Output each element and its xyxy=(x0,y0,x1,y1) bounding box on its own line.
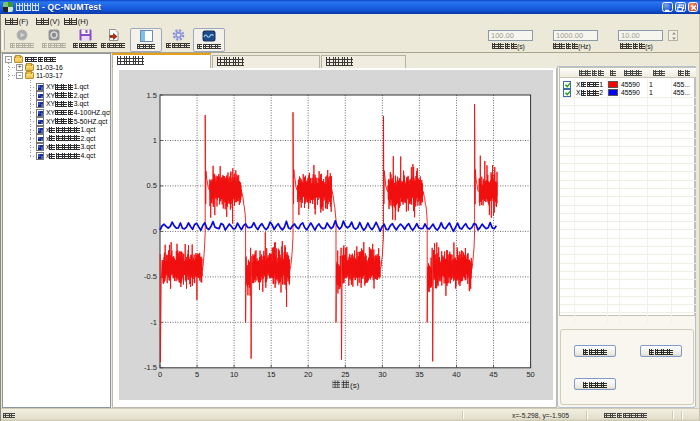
svg-text:-1: -1 xyxy=(150,317,157,326)
svg-text:40: 40 xyxy=(452,370,460,379)
svg-text:0: 0 xyxy=(158,370,162,379)
svg-text:0: 0 xyxy=(153,226,157,235)
svg-text:0.5: 0.5 xyxy=(147,181,157,190)
svg-text:35: 35 xyxy=(415,370,423,379)
svg-text:1: 1 xyxy=(153,136,157,145)
svg-text:(s): (s) xyxy=(350,381,360,390)
svg-text:30: 30 xyxy=(378,370,386,379)
svg-text:1.5: 1.5 xyxy=(147,90,157,99)
svg-text:20: 20 xyxy=(304,370,312,379)
svg-text:25: 25 xyxy=(341,370,349,379)
svg-text:15: 15 xyxy=(267,370,275,379)
svg-text:50: 50 xyxy=(526,370,534,379)
svg-text:45: 45 xyxy=(489,370,497,379)
svg-text:-0.5: -0.5 xyxy=(144,272,157,281)
svg-text:-1.5: -1.5 xyxy=(144,363,157,372)
svg-text:10: 10 xyxy=(230,370,238,379)
svg-text:5: 5 xyxy=(195,370,199,379)
